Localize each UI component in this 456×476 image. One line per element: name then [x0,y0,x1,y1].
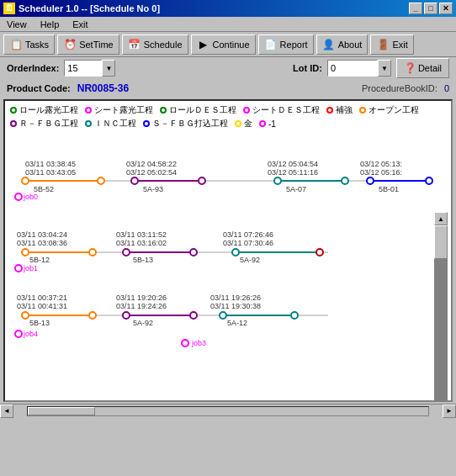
legend-item-roll-exposure: ロール露光工程 [10,104,78,116]
legend-dot-minus1 [259,120,266,127]
svg-point-8 [131,177,138,184]
toolbar: 📋 Tasks ⏰ SetTime 📅 Schedule ▶ Continue … [0,32,456,57]
schedule-button[interactable]: 📅 Schedule [122,34,188,55]
legend-item-rfbg: Ｒ－ＦＢＧ工程 [10,118,78,130]
svg-point-67 [15,331,22,337]
continue-icon: ▶ [197,38,210,51]
procedure-book-id-label: ProcedureBookID: [362,83,437,93]
legend-item-roll-des: ロールＤＥＳ工程 [160,104,236,116]
legend-dot-open [359,107,366,114]
title-bar: 🗓 Scheduler 1.0 -- [Schedule No 0] _ □ ✕ [0,0,456,17]
legend-dot-reinforcement [326,107,333,114]
menu-view[interactable]: View [3,19,30,30]
svg-point-51 [89,312,96,319]
detail-button[interactable]: ❓ Detail [396,58,449,78]
hscroll-thumb[interactable] [28,407,95,415]
title-buttons[interactable]: _ □ ✕ [409,3,453,14]
svg-text:5A-93: 5A-93 [143,185,163,193]
legend-label-open: オープン工程 [369,104,419,116]
menu-help[interactable]: Help [37,19,63,30]
legend-item-sfbg: Ｓ－ＦＢＧ打込工程 [143,118,228,130]
svg-text:5A-12: 5A-12 [227,319,247,327]
scroll-left-button[interactable]: ◄ [0,405,13,418]
svg-text:03/12 05:13:: 03/12 05:13: [360,160,402,168]
legend-label-inc: ＩＮＣ工程 [94,118,136,130]
legend-label-gold: 金 [244,118,252,130]
svg-text:job0: job0 [23,193,38,201]
svg-text:03/12 05:11:16: 03/12 05:11:16 [268,168,318,177]
about-button[interactable]: 👤 About [316,34,369,55]
legend-dot-sfbg [143,120,150,127]
report-button[interactable]: 📄 Report [258,34,314,55]
lot-id-arrow[interactable]: ▼ [378,60,391,77]
settime-button[interactable]: ⏰ SetTime [57,34,119,55]
legend-label-sheet-des: シートＤＥＳ工程 [252,104,320,116]
svg-text:03/11 19:30:38: 03/11 19:30:38 [210,302,261,310]
minimize-button[interactable]: _ [409,3,422,14]
svg-text:03/12 04:58:22: 03/12 04:58:22 [126,160,177,168]
svg-point-30 [89,249,96,256]
svg-point-35 [123,249,130,256]
svg-text:5B-13: 5B-13 [29,319,50,327]
svg-text:03/11 19:26:26: 03/11 19:26:26 [210,294,261,302]
horizontal-scrollbar[interactable]: ◄ ► [0,404,456,417]
svg-point-3 [98,177,104,184]
legend-item-sheet-des: シートＤＥＳ工程 [243,104,320,116]
svg-text:03/11 19:24:26: 03/11 19:24:26 [116,302,167,310]
legend-item-reinforcement: 補強 [326,104,353,116]
legend-dot-sheet-des [243,107,250,114]
legend-dot-rfbg [10,120,17,127]
settime-icon: ⏰ [63,38,77,51]
legend: ロール露光工程 シート露光工程 ロールＤＥＳ工程 シートＤＥＳ工程 補強 オープ… [5,101,451,131]
procedure-book-id-value: 0 [444,83,449,93]
legend-dot-sheet-exposure [85,107,92,114]
scroll-right-button[interactable]: ► [443,405,456,418]
svg-text:5B-13: 5B-13 [133,256,153,264]
svg-text:5A-92: 5A-92 [133,319,153,327]
svg-point-50 [22,312,29,319]
continue-button[interactable]: ▶ Continue [191,34,256,55]
order-index-dropdown[interactable]: ▼ [64,60,115,77]
svg-point-63 [291,312,298,319]
scroll-track [434,225,448,402]
svg-text:5A-92: 5A-92 [240,256,260,264]
scroll-thumb[interactable] [434,225,448,259]
menu-exit[interactable]: Exit [69,19,91,30]
close-button[interactable]: ✕ [439,3,453,14]
svg-point-36 [190,249,197,256]
svg-text:03/12 05:02:54: 03/12 05:02:54 [126,168,177,177]
lot-id-input[interactable] [327,60,378,77]
svg-text:job3: job3 [191,339,206,347]
vertical-scrollbar[interactable]: ▲ ▼ [434,212,448,402]
legend-item-sheet-exposure: シート露光工程 [85,104,153,116]
svg-point-2 [22,177,29,184]
svg-text:5B-01: 5B-01 [379,185,399,193]
legend-item-gold: 金 [235,118,252,130]
svg-text:job1: job1 [23,264,38,272]
product-code-value: NR0085-36 [77,82,129,94]
svg-text:03/11 00:37:21: 03/11 00:37:21 [17,294,67,302]
svg-text:03/12 05:04:54: 03/12 05:04:54 [268,160,318,168]
exit-icon: 🚪 [376,38,390,51]
svg-point-14 [274,177,281,184]
report-icon: 📄 [264,38,278,51]
tasks-button[interactable]: 📋 Tasks [3,34,55,55]
maximize-button[interactable]: □ [424,3,437,14]
schedule-icon: 📅 [128,38,141,51]
legend-label-sfbg: Ｓ－ＦＢＧ打込工程 [152,118,228,130]
order-index-input[interactable] [64,60,102,77]
legend-item-inc: ＩＮＣ工程 [85,118,136,130]
legend-label-minus1: -1 [268,119,276,129]
svg-point-62 [220,312,226,319]
scroll-up-button[interactable]: ▲ [434,212,448,225]
svg-point-42 [316,249,323,256]
svg-text:job4: job4 [23,330,38,338]
svg-text:03/11 03:43:05: 03/11 03:43:05 [25,168,76,177]
exit-button[interactable]: 🚪 Exit [370,34,413,55]
lot-id-dropdown[interactable]: ▼ [327,60,391,77]
legend-label-sheet-exposure: シート露光工程 [94,104,153,116]
title-text: Scheduler 1.0 -- [Schedule No 0] [19,3,160,13]
order-index-arrow[interactable]: ▼ [102,60,115,77]
gantt-chart: 03/11 03:38:45 03/11 03:43:05 5B-52 03/1… [8,135,437,353]
svg-point-9 [199,177,205,184]
